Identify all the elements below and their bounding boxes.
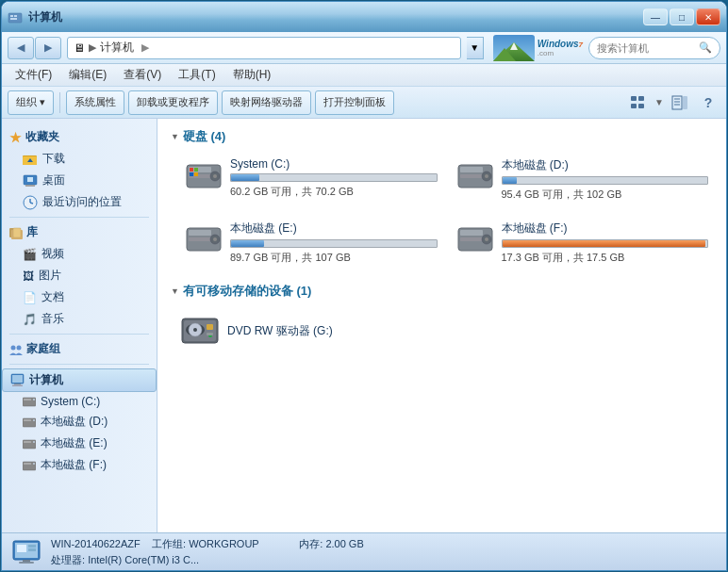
menu-view[interactable]: 查看(V) xyxy=(116,65,169,85)
address-text: 计算机 xyxy=(100,40,134,56)
removable-header: ▼ 有可移动存储的设备 (1) xyxy=(171,283,713,300)
library-icon xyxy=(9,226,23,239)
hd-collapse-arrow: ▼ xyxy=(171,132,179,141)
drive-bar-f xyxy=(502,239,709,248)
windows7-logo: Windows7 .com xyxy=(493,35,583,61)
sidebar-item-video[interactable]: 🎬 视频 xyxy=(2,243,157,265)
toolbar-right: ▼ ? xyxy=(626,90,720,115)
svg-point-40 xyxy=(33,419,35,421)
sidebar-divider-1 xyxy=(9,217,149,218)
window-controls: — □ ✕ xyxy=(643,8,720,25)
computer-icon xyxy=(10,373,25,387)
recent-icon xyxy=(23,195,38,210)
main-window: 计算机 — □ ✕ ◀ ▶ 🖥 ▶ 计算机 ▶ ▼ xyxy=(1,1,727,571)
svg-line-25 xyxy=(30,203,33,204)
menu-file[interactable]: 文件(F) xyxy=(8,65,59,85)
cpu-value: Intel(R) Core(TM) i3 C... xyxy=(88,554,199,565)
sidebar-computer-header[interactable]: 计算机 xyxy=(2,368,157,392)
svg-rect-42 xyxy=(24,441,31,443)
address-trail-arrow: ▶ xyxy=(141,41,149,54)
svg-rect-21 xyxy=(25,185,35,187)
sidebar-item-music[interactable]: 🎵 音乐 xyxy=(2,308,157,330)
music-icon: 🎵 xyxy=(23,313,37,326)
address-dropdown-button[interactable]: ▼ xyxy=(467,37,484,59)
title-bar: 计算机 — □ ✕ xyxy=(2,2,726,32)
sidebar-item-desktop[interactable]: 桌面 xyxy=(2,170,157,191)
sidebar-homegroup-header[interactable]: 家庭组 xyxy=(2,338,157,360)
memory-label: 内存: xyxy=(299,538,323,549)
removable-collapse-arrow: ▼ xyxy=(171,286,179,296)
sidebar-item-documents[interactable]: 📄 文档 xyxy=(2,286,157,308)
svg-rect-28 xyxy=(13,228,21,237)
svg-rect-55 xyxy=(194,172,198,176)
view-options-button[interactable] xyxy=(626,90,651,115)
sidebar-favorites-title: 收藏夹 xyxy=(25,129,59,145)
organize-button[interactable]: 组织 ▾ xyxy=(8,90,54,115)
sidebar-library-header[interactable]: 库 xyxy=(2,221,157,243)
sidebar-item-download[interactable]: 下载 xyxy=(2,148,157,170)
video-icon: 🎬 xyxy=(23,248,37,261)
drive-size-e: 89.7 GB 可用，共 107 GB xyxy=(230,251,438,265)
forward-button[interactable]: ▶ xyxy=(35,37,61,59)
drive-info-d: 本地磁盘 (D:) 95.4 GB 可用，共 102 GB xyxy=(502,157,709,202)
svg-rect-76 xyxy=(207,324,213,330)
system-props-button[interactable]: 系统属性 xyxy=(66,90,124,115)
drive-size-c: 60.2 GB 可用，共 70.2 GB xyxy=(230,185,438,199)
sidebar-item-c-drive[interactable]: System (C:) xyxy=(2,392,157,411)
drive-bar-e xyxy=(230,239,438,248)
map-drive-button[interactable]: 映射网络驱动器 xyxy=(222,90,311,115)
open-panel-button[interactable]: 打开控制面板 xyxy=(315,90,394,115)
svg-rect-2 xyxy=(14,15,17,17)
address-icon: 🖥 xyxy=(74,41,85,55)
drive-item-d[interactable]: 本地磁盘 (D:) 95.4 GB 可用，共 102 GB xyxy=(452,153,714,206)
view-arrow-icon: ▼ xyxy=(654,97,664,107)
sidebar-item-recent[interactable]: 最近访问的位置 xyxy=(2,191,157,213)
dvd-drive-item[interactable]: DVD RW 驱动器 (G:) xyxy=(171,307,713,354)
svg-rect-83 xyxy=(28,548,36,551)
pictures-icon: 🖼 xyxy=(23,270,34,283)
search-input[interactable] xyxy=(597,42,695,54)
star-icon: ★ xyxy=(9,130,22,145)
address-bar[interactable]: 🖥 ▶ 计算机 ▶ xyxy=(67,37,461,59)
sidebar-item-pictures[interactable]: 🖼 图片 xyxy=(2,265,157,286)
memory-value: 2.00 GB xyxy=(325,538,363,549)
minimize-button[interactable]: — xyxy=(643,8,668,25)
sidebar-library-section: 库 🎬 视频 🖼 图片 📄 文档 🎵 音乐 xyxy=(2,221,157,330)
preview-pane-button[interactable] xyxy=(668,90,692,115)
help-button[interactable]: ? xyxy=(696,90,720,115)
dvd-name: DVD RW 驱动器 (G:) xyxy=(227,323,333,339)
hard-drives-title: 硬盘 (4) xyxy=(183,128,226,145)
uninstall-button[interactable]: 卸载或更改程序 xyxy=(128,90,218,115)
svg-rect-3 xyxy=(10,18,17,20)
back-button[interactable]: ◀ xyxy=(8,37,34,59)
drive-item-c[interactable]: System (C:) 60.2 GB 可用，共 70.2 GB xyxy=(180,153,442,206)
menu-edit[interactable]: 编辑(E) xyxy=(61,65,114,85)
drive-fill-e xyxy=(231,240,264,247)
sidebar-item-f-drive[interactable]: 本地磁盘 (F:) xyxy=(2,454,157,476)
svg-rect-34 xyxy=(12,385,23,387)
svg-rect-53 xyxy=(194,168,198,172)
drive-bar-c xyxy=(230,173,438,182)
sidebar-homegroup-section: 家庭组 xyxy=(2,338,157,360)
sidebar-item-e-drive[interactable]: 本地磁盘 (E:) xyxy=(2,433,157,454)
menu-tools[interactable]: 工具(T) xyxy=(171,65,223,85)
nav-arrows: ◀ ▶ xyxy=(8,37,61,59)
menu-help[interactable]: 帮助(H) xyxy=(225,65,279,85)
toolbar: 组织 ▾ 系统属性 卸载或更改程序 映射网络驱动器 打开控制面板 ▼ xyxy=(2,87,726,119)
sidebar-item-d-drive[interactable]: 本地磁盘 (D:) xyxy=(2,411,157,433)
svg-point-37 xyxy=(33,399,35,400)
sidebar-favorites-header[interactable]: ★ 收藏夹 xyxy=(2,126,157,148)
workgroup-value: WORKGROUP xyxy=(189,538,258,549)
maximize-button[interactable]: □ xyxy=(670,8,694,25)
drive-item-e[interactable]: 本地磁盘 (E:) 89.7 GB 可用，共 107 GB xyxy=(180,216,442,270)
drive-info-c: System (C:) 60.2 GB 可用，共 70.2 GB xyxy=(230,157,438,199)
close-button[interactable]: ✕ xyxy=(696,8,720,25)
sidebar-favorites-section: ★ 收藏夹 下载 桌面 xyxy=(2,126,157,213)
svg-rect-81 xyxy=(17,545,26,552)
svg-point-70 xyxy=(485,237,488,241)
drive-item-f[interactable]: 本地磁盘 (F:) 17.3 GB 可用，共 17.5 GB xyxy=(452,216,714,270)
search-box[interactable]: 🔍 xyxy=(588,37,720,59)
status-text-block: WIN-20140622AZF 工作组: WORKGROUP 内存: 2.00 … xyxy=(51,536,364,567)
hdd-e-icon xyxy=(185,221,223,258)
title-bar-left: 计算机 xyxy=(8,9,62,25)
